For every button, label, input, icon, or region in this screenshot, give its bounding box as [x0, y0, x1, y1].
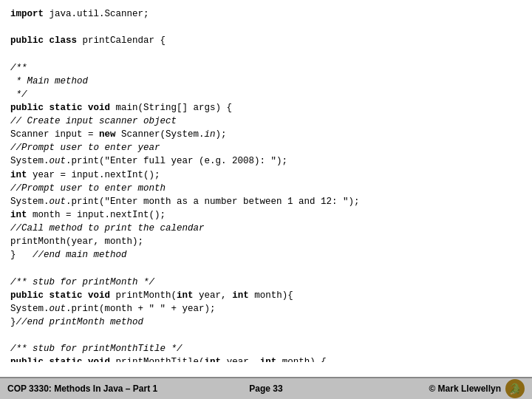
- code-line: import java.util.Scanner;: [10, 7, 522, 21]
- code-line: [10, 21, 522, 34]
- code-line: /** stub for printMonth */: [10, 276, 522, 289]
- footer-course: COP 3330: Methods In Java – Part 1: [7, 383, 180, 394]
- code-line: printMonth(year, month);: [10, 235, 522, 248]
- code-line: public static void main(String[] args) {: [10, 101, 522, 115]
- code-line: // Create input scanner object: [10, 115, 522, 128]
- code-line: System.out.print("Enter full year (e.g. …: [10, 154, 522, 168]
- code-line: public static void printMonth(int year, …: [10, 289, 522, 302]
- logo-icon: 🐊: [505, 379, 525, 398]
- code-line: /** stub for printMonthTitle */: [10, 342, 522, 355]
- code-line: //Prompt user to enter month: [10, 182, 522, 195]
- code-line: public static void printMonthTitle(int y…: [10, 355, 522, 362]
- code-line: System.out.print(month + " " + year);: [10, 302, 522, 316]
- code-line: //Prompt user to enter year: [10, 141, 522, 154]
- code-area: import java.util.Scanner; public class p…: [0, 0, 532, 362]
- footer-page: Page 33: [180, 383, 352, 394]
- code-line: Scanner input = new Scanner(System.in);: [10, 128, 522, 141]
- code-line: /**: [10, 61, 522, 75]
- code-line: System.out.print("Enter month as a numbe…: [10, 195, 522, 208]
- code-line: [10, 262, 522, 275]
- code-line: public class printCalendar {: [10, 34, 522, 47]
- code-line: }//end printMonth method: [10, 316, 522, 329]
- code-line: int month = input.nextInt();: [10, 208, 522, 222]
- code-line: } //end main method: [10, 248, 522, 262]
- code-line: * Main method: [10, 75, 522, 88]
- footer: COP 3330: Methods In Java – Part 1 Page …: [0, 377, 532, 399]
- code-line: //Call method to print the calendar: [10, 222, 522, 235]
- code-line: */: [10, 88, 522, 101]
- code-line: int year = input.nextInt();: [10, 168, 522, 182]
- code-line: [10, 329, 522, 342]
- footer-copyright: © Mark Llewellyn 🐊: [352, 379, 525, 398]
- code-line: [10, 47, 522, 61]
